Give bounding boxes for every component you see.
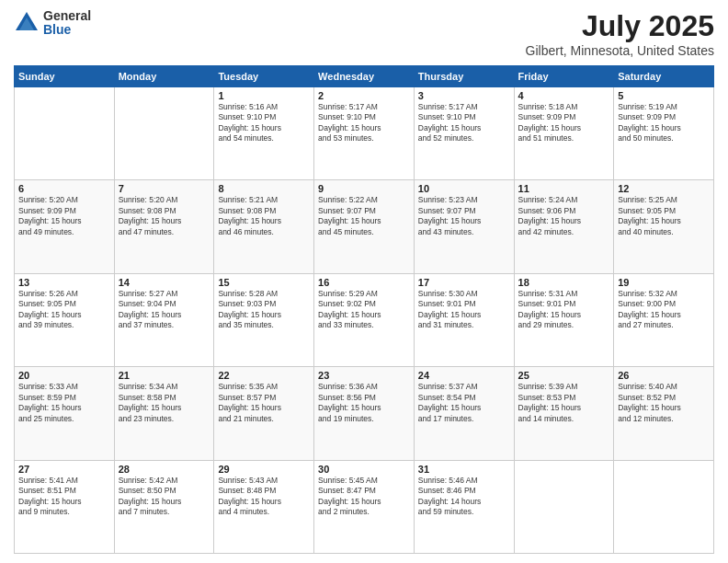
calendar-cell: 12Sunrise: 5:25 AM Sunset: 9:05 PM Dayli… bbox=[614, 180, 714, 273]
calendar-week-row: 6Sunrise: 5:20 AM Sunset: 9:09 PM Daylig… bbox=[15, 180, 714, 273]
day-number: 23 bbox=[318, 370, 410, 381]
logo-icon bbox=[14, 10, 40, 36]
day-info: Sunrise: 5:30 AM Sunset: 9:01 PM Dayligh… bbox=[418, 289, 510, 331]
day-number: 8 bbox=[218, 183, 310, 194]
day-number: 14 bbox=[119, 277, 210, 288]
calendar-cell: 1Sunrise: 5:16 AM Sunset: 9:10 PM Daylig… bbox=[214, 87, 314, 180]
calendar-cell: 14Sunrise: 5:27 AM Sunset: 9:04 PM Dayli… bbox=[114, 273, 214, 366]
calendar-cell: 23Sunrise: 5:36 AM Sunset: 8:56 PM Dayli… bbox=[314, 367, 415, 460]
calendar-cell: 13Sunrise: 5:26 AM Sunset: 9:05 PM Dayli… bbox=[15, 273, 115, 366]
day-info: Sunrise: 5:41 AM Sunset: 8:51 PM Dayligh… bbox=[18, 476, 110, 518]
day-info: Sunrise: 5:46 AM Sunset: 8:46 PM Dayligh… bbox=[418, 476, 510, 518]
day-number: 1 bbox=[218, 90, 310, 101]
day-info: Sunrise: 5:19 AM Sunset: 9:09 PM Dayligh… bbox=[618, 102, 710, 144]
day-info: Sunrise: 5:36 AM Sunset: 8:56 PM Dayligh… bbox=[318, 382, 410, 424]
calendar-cell: 5Sunrise: 5:19 AM Sunset: 9:09 PM Daylig… bbox=[614, 87, 714, 180]
calendar-cell: 21Sunrise: 5:34 AM Sunset: 8:58 PM Dayli… bbox=[114, 367, 214, 460]
logo: General Blue bbox=[14, 9, 91, 38]
day-info: Sunrise: 5:33 AM Sunset: 8:59 PM Dayligh… bbox=[18, 382, 110, 424]
calendar-header-row: SundayMondayTuesdayWednesdayThursdayFrid… bbox=[15, 66, 714, 87]
day-number: 31 bbox=[418, 464, 510, 475]
day-number: 24 bbox=[418, 370, 510, 381]
day-number: 3 bbox=[418, 90, 510, 101]
calendar-cell: 9Sunrise: 5:22 AM Sunset: 9:07 PM Daylig… bbox=[314, 180, 415, 273]
calendar-cell: 15Sunrise: 5:28 AM Sunset: 9:03 PM Dayli… bbox=[214, 273, 314, 366]
calendar-cell: 17Sunrise: 5:30 AM Sunset: 9:01 PM Dayli… bbox=[414, 273, 514, 366]
day-info: Sunrise: 5:17 AM Sunset: 9:10 PM Dayligh… bbox=[418, 102, 510, 144]
day-info: Sunrise: 5:17 AM Sunset: 9:10 PM Dayligh… bbox=[318, 102, 410, 144]
calendar-cell: 10Sunrise: 5:23 AM Sunset: 9:07 PM Dayli… bbox=[414, 180, 514, 273]
day-info: Sunrise: 5:31 AM Sunset: 9:01 PM Dayligh… bbox=[518, 289, 610, 331]
day-info: Sunrise: 5:26 AM Sunset: 9:05 PM Dayligh… bbox=[18, 289, 110, 331]
day-info: Sunrise: 5:27 AM Sunset: 9:04 PM Dayligh… bbox=[119, 289, 210, 331]
day-number: 5 bbox=[618, 90, 710, 101]
day-number: 10 bbox=[418, 183, 510, 194]
day-number: 2 bbox=[318, 90, 410, 101]
calendar-cell: 22Sunrise: 5:35 AM Sunset: 8:57 PM Dayli… bbox=[214, 367, 314, 460]
day-number: 16 bbox=[318, 277, 410, 288]
day-number: 15 bbox=[218, 277, 310, 288]
day-info: Sunrise: 5:35 AM Sunset: 8:57 PM Dayligh… bbox=[218, 382, 310, 424]
day-number: 11 bbox=[518, 183, 610, 194]
day-number: 29 bbox=[218, 464, 310, 475]
day-info: Sunrise: 5:43 AM Sunset: 8:48 PM Dayligh… bbox=[218, 476, 310, 518]
day-info: Sunrise: 5:25 AM Sunset: 9:05 PM Dayligh… bbox=[618, 195, 710, 237]
calendar-cell: 6Sunrise: 5:20 AM Sunset: 9:09 PM Daylig… bbox=[15, 180, 115, 273]
day-info: Sunrise: 5:45 AM Sunset: 8:47 PM Dayligh… bbox=[318, 476, 410, 518]
day-number: 27 bbox=[18, 464, 110, 475]
day-info: Sunrise: 5:37 AM Sunset: 8:54 PM Dayligh… bbox=[418, 382, 510, 424]
calendar-week-row: 1Sunrise: 5:16 AM Sunset: 9:10 PM Daylig… bbox=[15, 87, 714, 180]
day-number: 20 bbox=[18, 370, 110, 381]
calendar-cell: 24Sunrise: 5:37 AM Sunset: 8:54 PM Dayli… bbox=[414, 367, 514, 460]
calendar-cell: 30Sunrise: 5:45 AM Sunset: 8:47 PM Dayli… bbox=[314, 460, 415, 553]
day-info: Sunrise: 5:28 AM Sunset: 9:03 PM Dayligh… bbox=[218, 289, 310, 331]
day-number: 30 bbox=[318, 464, 410, 475]
calendar-cell: 4Sunrise: 5:18 AM Sunset: 9:09 PM Daylig… bbox=[514, 87, 614, 180]
day-number: 18 bbox=[518, 277, 610, 288]
calendar-cell: 25Sunrise: 5:39 AM Sunset: 8:53 PM Dayli… bbox=[514, 367, 614, 460]
day-info: Sunrise: 5:42 AM Sunset: 8:50 PM Dayligh… bbox=[119, 476, 210, 518]
day-number: 26 bbox=[618, 370, 710, 381]
calendar-cell: 16Sunrise: 5:29 AM Sunset: 9:02 PM Dayli… bbox=[314, 273, 415, 366]
calendar-cell: 31Sunrise: 5:46 AM Sunset: 8:46 PM Dayli… bbox=[414, 460, 514, 553]
weekday-header-thursday: Thursday bbox=[414, 66, 514, 87]
day-info: Sunrise: 5:39 AM Sunset: 8:53 PM Dayligh… bbox=[518, 382, 610, 424]
weekday-header-wednesday: Wednesday bbox=[314, 66, 415, 87]
day-number: 22 bbox=[218, 370, 310, 381]
day-info: Sunrise: 5:21 AM Sunset: 9:08 PM Dayligh… bbox=[218, 195, 310, 237]
logo-text: General Blue bbox=[43, 9, 91, 38]
subtitle: Gilbert, Minnesota, United States bbox=[526, 43, 714, 58]
calendar-week-row: 13Sunrise: 5:26 AM Sunset: 9:05 PM Dayli… bbox=[15, 273, 714, 366]
day-info: Sunrise: 5:29 AM Sunset: 9:02 PM Dayligh… bbox=[318, 289, 410, 331]
day-info: Sunrise: 5:32 AM Sunset: 9:00 PM Dayligh… bbox=[618, 289, 710, 331]
main-title: July 2025 bbox=[526, 9, 714, 43]
calendar-week-row: 20Sunrise: 5:33 AM Sunset: 8:59 PM Dayli… bbox=[15, 367, 714, 460]
calendar-week-row: 27Sunrise: 5:41 AM Sunset: 8:51 PM Dayli… bbox=[15, 460, 714, 553]
calendar-cell bbox=[614, 460, 714, 553]
day-info: Sunrise: 5:40 AM Sunset: 8:52 PM Dayligh… bbox=[618, 382, 710, 424]
calendar-cell: 8Sunrise: 5:21 AM Sunset: 9:08 PM Daylig… bbox=[214, 180, 314, 273]
day-number: 4 bbox=[518, 90, 610, 101]
weekday-header-tuesday: Tuesday bbox=[214, 66, 314, 87]
day-info: Sunrise: 5:23 AM Sunset: 9:07 PM Dayligh… bbox=[418, 195, 510, 237]
calendar-cell: 11Sunrise: 5:24 AM Sunset: 9:06 PM Dayli… bbox=[514, 180, 614, 273]
calendar-cell: 2Sunrise: 5:17 AM Sunset: 9:10 PM Daylig… bbox=[314, 87, 415, 180]
day-info: Sunrise: 5:16 AM Sunset: 9:10 PM Dayligh… bbox=[218, 102, 310, 144]
weekday-header-sunday: Sunday bbox=[15, 66, 115, 87]
logo-general-label: General bbox=[43, 9, 91, 23]
day-info: Sunrise: 5:24 AM Sunset: 9:06 PM Dayligh… bbox=[518, 195, 610, 237]
calendar-cell: 29Sunrise: 5:43 AM Sunset: 8:48 PM Dayli… bbox=[214, 460, 314, 553]
day-number: 28 bbox=[119, 464, 210, 475]
day-info: Sunrise: 5:20 AM Sunset: 9:08 PM Dayligh… bbox=[119, 195, 210, 237]
calendar-cell: 3Sunrise: 5:17 AM Sunset: 9:10 PM Daylig… bbox=[414, 87, 514, 180]
header: General Blue July 2025 Gilbert, Minnesot… bbox=[14, 9, 714, 58]
day-number: 12 bbox=[618, 183, 710, 194]
day-number: 25 bbox=[518, 370, 610, 381]
title-block: July 2025 Gilbert, Minnesota, United Sta… bbox=[526, 9, 714, 58]
calendar-cell: 27Sunrise: 5:41 AM Sunset: 8:51 PM Dayli… bbox=[15, 460, 115, 553]
day-info: Sunrise: 5:22 AM Sunset: 9:07 PM Dayligh… bbox=[318, 195, 410, 237]
logo-blue-label: Blue bbox=[43, 23, 91, 37]
calendar-cell: 26Sunrise: 5:40 AM Sunset: 8:52 PM Dayli… bbox=[614, 367, 714, 460]
calendar-cell bbox=[114, 87, 214, 180]
weekday-header-friday: Friday bbox=[514, 66, 614, 87]
